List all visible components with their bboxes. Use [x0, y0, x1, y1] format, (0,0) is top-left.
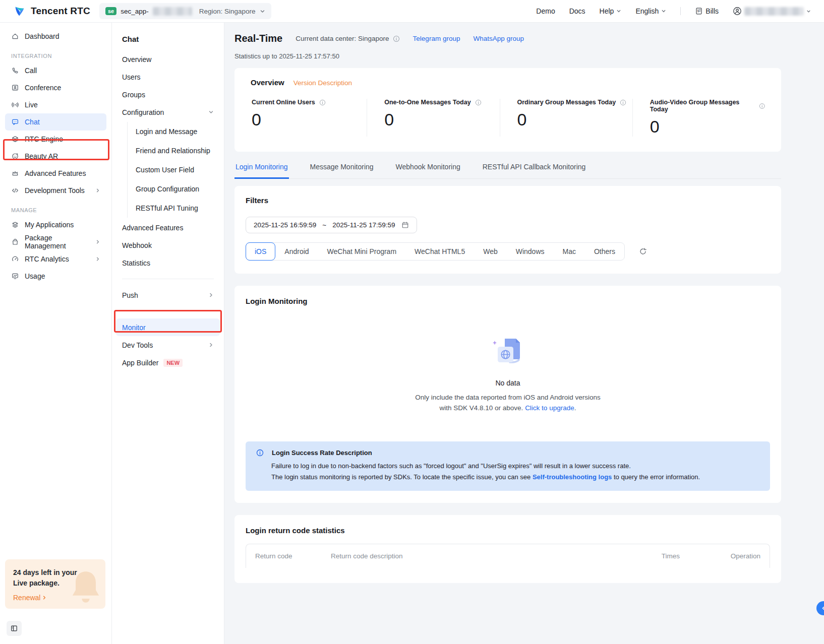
nav-docs[interactable]: Docs	[569, 7, 585, 15]
platform-option-ios[interactable]: iOS	[246, 242, 275, 261]
tab-message-monitoring[interactable]: Message Monitoring	[309, 161, 375, 178]
stat-label: Current Online Users	[252, 99, 315, 106]
submenu-item-custom-user-field[interactable]: Custom User Field	[128, 160, 224, 179]
submenu-item-advanced-features[interactable]: Advanced Features	[112, 219, 224, 236]
sidebar-item-call[interactable]: Call	[5, 62, 106, 79]
upgrade-link[interactable]: Click to upgrade	[525, 404, 574, 412]
cube-icon	[11, 135, 19, 143]
platform-option-wechat-html5[interactable]: WeChat HTML5	[405, 243, 474, 260]
submenu-item-monitor[interactable]: Monitor	[116, 318, 220, 336]
submenu-item-restful-api-tuning[interactable]: RESTful API Tuning	[128, 199, 224, 218]
stat-label: Ordinary Group Messages Today	[517, 99, 616, 106]
app-switcher[interactable]: se sec_app- Region: Singapore	[99, 3, 271, 19]
platform-option-android[interactable]: Android	[275, 243, 318, 260]
submenu-item-overview[interactable]: Overview	[112, 50, 224, 68]
sidebar-item-usage[interactable]: Usage	[5, 268, 106, 285]
telegram-group-link[interactable]: Telegram group	[413, 35, 460, 42]
stat-value: 0	[252, 110, 367, 130]
submenu-item-login-and-message[interactable]: Login and Message	[128, 122, 224, 141]
info-icon[interactable]	[475, 99, 482, 106]
column-return-code-description: Return code description	[331, 552, 614, 560]
divider	[122, 311, 214, 311]
refresh-button[interactable]	[639, 247, 647, 255]
submenu-item-group-configuration[interactable]: Group Configuration	[128, 179, 224, 199]
whatsapp-group-link[interactable]: WhatsApp group	[473, 35, 524, 42]
platform-option-windows[interactable]: Windows	[507, 243, 554, 260]
sidebar-item-conference[interactable]: Conference	[5, 79, 106, 96]
submenu-item-statistics[interactable]: Statistics	[112, 254, 224, 272]
self-troubleshooting-logs-link[interactable]: Self-troubleshooting logs	[533, 473, 612, 481]
tab-restful-api-callback-monitoring[interactable]: RESTful API Callback Monitoring	[482, 161, 587, 178]
sidebar-item-live[interactable]: Live	[5, 96, 106, 113]
info-icon[interactable]	[319, 99, 326, 106]
sidebar-item-rtc-engine[interactable]: RTC Engine	[5, 131, 106, 148]
nav-demo[interactable]: Demo	[536, 7, 555, 15]
sidebar-item-advanced-features[interactable]: Advanced Features	[5, 165, 106, 182]
package-expiry-banner: 24 days left in your Live package. Renew…	[5, 559, 105, 609]
sidebar-collapse-button[interactable]	[7, 621, 22, 636]
login-monitoring-card: Login Monitoring No data Only include th…	[234, 286, 781, 503]
overview-card: Overview Version Description Current Onl…	[234, 68, 781, 152]
renewal-link[interactable]: Renewal	[13, 594, 98, 602]
info-icon[interactable]	[393, 35, 400, 42]
version-description-link[interactable]: Version Description	[293, 79, 352, 87]
submenu-item-configuration[interactable]: Configuration	[112, 103, 224, 121]
date-separator: ~	[322, 221, 326, 229]
info-icon[interactable]	[759, 103, 765, 109]
bills-icon: $	[695, 7, 703, 15]
bills-button[interactable]: $ Bills	[695, 7, 719, 15]
sidebar-item-beauty-ar[interactable]: Beauty AR	[5, 148, 106, 165]
sidebar-item-chat[interactable]: Chat	[5, 113, 106, 131]
stat-label: One-to-One Messages Today	[384, 99, 470, 106]
sidebar-item-dashboard[interactable]: Dashboard	[5, 28, 106, 45]
layers-icon	[11, 221, 19, 229]
chevron-right-icon	[95, 256, 100, 262]
brand[interactable]: Tencent RTC	[13, 5, 90, 18]
sidebar-item-label: Package Management	[25, 234, 90, 250]
no-data-period: .	[574, 404, 576, 412]
account-menu[interactable]	[733, 7, 811, 16]
statistics-timestamp: Statistics up to 2025-11-25 17:57:50	[234, 52, 781, 60]
sidebar-item-rtc-analytics[interactable]: RTC Analytics	[5, 250, 106, 268]
chevron-left-icon	[821, 606, 824, 611]
submenu-item-users[interactable]: Users	[112, 68, 224, 86]
sidebar-item-package-management[interactable]: Package Management	[5, 233, 106, 250]
submenu-item-app-builder[interactable]: App Builder NEW	[112, 354, 224, 371]
sidebar-section-integration: INTEGRATION	[11, 53, 111, 59]
sidebar-item-label: Call	[25, 67, 37, 75]
stat-label: Audio-Video Group Messages Today	[650, 99, 755, 113]
platform-option-wechat-mini-program[interactable]: WeChat Mini Program	[318, 243, 405, 260]
broadcast-icon	[11, 101, 19, 109]
column-times: Times	[614, 552, 680, 560]
submenu-item-push[interactable]: Push	[112, 286, 224, 304]
sidebar-item-label: Chat	[25, 118, 40, 126]
submenu-item-webhook[interactable]: Webhook	[112, 236, 224, 254]
sidebar-section-manage: MANAGE	[11, 207, 111, 213]
submenu-item-groups[interactable]: Groups	[112, 86, 224, 103]
nav-language[interactable]: English	[635, 7, 666, 15]
tab-webhook-monitoring[interactable]: Webhook Monitoring	[395, 161, 461, 178]
info-icon	[256, 449, 264, 457]
sidebar-item-my-applications[interactable]: My Applications	[5, 216, 106, 233]
platform-option-web[interactable]: Web	[474, 243, 507, 260]
conference-icon	[11, 84, 19, 92]
tab-login-monitoring[interactable]: Login Monitoring	[234, 161, 289, 179]
new-badge: NEW	[163, 359, 183, 367]
platform-option-others[interactable]: Others	[585, 243, 624, 260]
date-range-picker[interactable]: 2025-11-25 16:59:59 ~ 2025-11-25 17:59:5…	[246, 217, 417, 233]
return-code-table: Return code Return code description Time…	[246, 544, 770, 568]
nav-help-label: Help	[600, 7, 614, 15]
top-bar: Tencent RTC se sec_app- Region: Singapor…	[0, 0, 824, 23]
primary-sidebar: Dashboard INTEGRATION Call Conference Li…	[0, 23, 112, 644]
info-icon[interactable]	[620, 99, 626, 106]
gauge-icon	[11, 255, 19, 263]
platform-option-mac[interactable]: Mac	[554, 243, 585, 260]
submenu-item-friend-and-relationship[interactable]: Friend and Relationship	[128, 141, 224, 160]
no-data-description: Only include the data reported from iOS …	[246, 392, 770, 413]
column-return-code: Return code	[255, 552, 331, 560]
nav-help[interactable]: Help	[600, 7, 622, 15]
sidebar-item-development-tools[interactable]: Development Tools	[5, 182, 106, 199]
submenu-item-dev-tools[interactable]: Dev Tools	[112, 336, 224, 354]
chevron-right-icon	[95, 188, 100, 193]
sidebar-item-label: My Applications	[25, 221, 74, 229]
